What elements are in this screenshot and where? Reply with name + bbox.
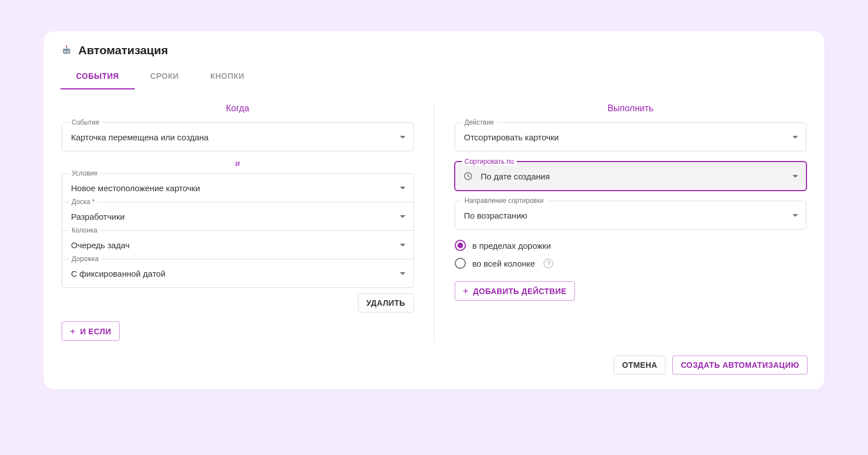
radio-whole-column[interactable]: во всей колонке ? — [455, 258, 807, 269]
chevron-down-icon — [400, 187, 405, 189]
action-value: Отсортировать карточки — [464, 132, 559, 142]
chevron-down-icon — [792, 175, 798, 178]
chevron-down-icon — [400, 272, 405, 275]
do-heading: Выполнить — [455, 103, 807, 113]
column-select[interactable]: Колонка Очередь задач — [62, 231, 413, 259]
column-label: Колонка — [69, 226, 100, 234]
radio-icon-unchecked — [455, 258, 466, 269]
chevron-down-icon — [400, 215, 405, 218]
svg-point-3 — [67, 50, 69, 52]
condition-label: Условие — [69, 169, 100, 177]
create-automation-button[interactable]: СОЗДАТЬ АВТОМАТИЗАЦИЮ — [672, 356, 808, 375]
action-label: Действие — [462, 119, 497, 126]
dialog-header: Автоматизация — [60, 44, 808, 57]
action-select[interactable]: Действие Отсортировать карточки — [455, 123, 806, 151]
svg-rect-1 — [63, 49, 70, 51]
lane-select[interactable]: Дорожка С фиксированной датой — [62, 259, 413, 287]
delete-button[interactable]: УДАЛИТЬ — [358, 293, 414, 312]
condition-select[interactable]: Условие Новое местоположение карточки — [62, 174, 413, 202]
sortby-field-group: Сортировать по По дате создания — [455, 162, 807, 191]
dialog-footer: ОТМЕНА СОЗДАТЬ АВТОМАТИЗАЦИЮ — [60, 356, 808, 375]
action-field-group: Действие Отсортировать карточки — [455, 122, 807, 151]
sortby-select[interactable]: Сортировать по По дате создания — [455, 162, 806, 190]
event-field-group: Событие Карточка перемещена или создана — [62, 122, 414, 151]
when-heading: Когда — [62, 103, 414, 113]
and-connector: и — [62, 158, 414, 168]
add-if-button[interactable]: + И ЕСЛИ — [62, 321, 120, 341]
clock-icon — [463, 171, 473, 181]
robot-icon — [60, 44, 73, 56]
board-value: Разработчики — [71, 212, 125, 221]
chevron-down-icon — [792, 136, 798, 139]
direction-value: По возрастанию — [464, 211, 527, 220]
board-label: Доска * — [69, 198, 97, 206]
condition-value: Новое местоположение карточки — [71, 183, 200, 193]
chevron-down-icon — [400, 136, 405, 139]
cancel-button[interactable]: ОТМЕНА — [614, 356, 666, 375]
plus-icon: + — [70, 326, 76, 336]
event-value: Карточка перемещена или создана — [71, 132, 209, 142]
radio-within-lane[interactable]: в пределах дорожки — [455, 240, 807, 251]
add-action-label: ДОБАВИТЬ ДЕЙСТВИЕ — [473, 287, 567, 296]
tab-buttons[interactable]: КНОПКИ — [195, 65, 260, 89]
radio-icon-checked — [455, 240, 466, 251]
sortby-label: Сортировать по — [462, 158, 517, 165]
sortby-value: По дате создания — [481, 172, 550, 181]
lane-value: С фиксированной датой — [71, 269, 166, 278]
column-value: Очередь задач — [71, 240, 130, 250]
automation-dialog: Автоматизация СОБЫТИЯ СРОКИ КНОПКИ Когда… — [44, 31, 824, 389]
svg-point-2 — [64, 50, 66, 52]
board-select[interactable]: Доска * Разработчики — [62, 202, 413, 231]
plus-icon: + — [463, 286, 469, 296]
radio-lane-label: в пределах дорожки — [473, 241, 551, 250]
event-select[interactable]: Событие Карточка перемещена или создана — [62, 123, 413, 151]
direction-label: Направление сортировки — [462, 197, 546, 205]
chevron-down-icon — [400, 244, 405, 247]
direction-select[interactable]: Направление сортировки По возрастанию — [455, 201, 806, 229]
help-icon[interactable]: ? — [544, 259, 553, 268]
tab-events[interactable]: СОБЫТИЯ — [60, 65, 135, 89]
chevron-down-icon — [792, 214, 798, 217]
tab-bar: СОБЫТИЯ СРОКИ КНОПКИ — [60, 65, 808, 90]
condition-field-group: Условие Новое местоположение карточки До… — [62, 173, 414, 288]
when-column: Когда Событие Карточка перемещена или со… — [60, 103, 434, 341]
radio-column-label: во всей колонке — [473, 259, 535, 268]
tab-deadlines[interactable]: СРОКИ — [135, 65, 195, 89]
add-if-label: И ЕСЛИ — [80, 327, 111, 336]
dialog-title: Автоматизация — [78, 44, 168, 57]
do-column: Выполнить Действие Отсортировать карточк… — [434, 103, 808, 341]
lane-label: Дорожка — [69, 255, 101, 263]
add-action-button[interactable]: + ДОБАВИТЬ ДЕЙСТВИЕ — [455, 281, 575, 301]
scope-radio-group: в пределах дорожки во всей колонке ? — [455, 240, 807, 269]
event-label: Событие — [69, 119, 102, 126]
svg-point-5 — [66, 45, 68, 47]
direction-field-group: Направление сортировки По возрастанию — [455, 201, 807, 230]
